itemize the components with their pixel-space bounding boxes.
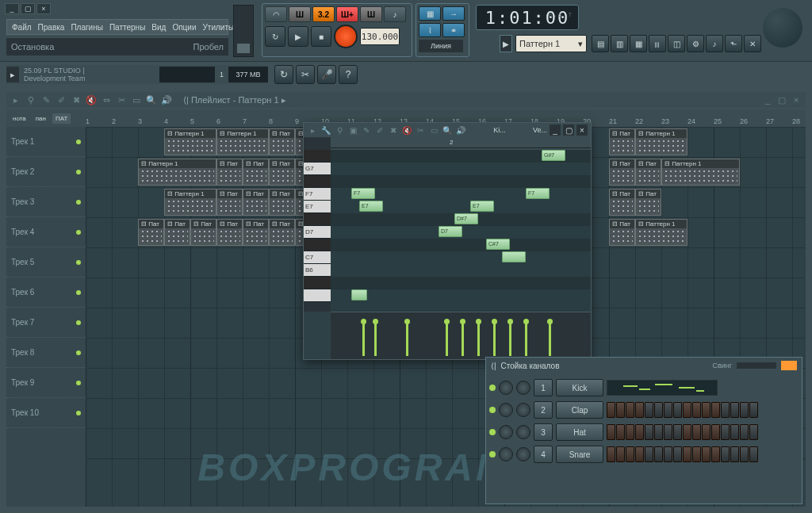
pattern-clip[interactable]: ⊟ Пат <box>635 159 661 186</box>
step-button[interactable] <box>721 424 730 440</box>
midi-note[interactable]: E7 <box>470 201 494 212</box>
piano-key[interactable]: B6 <box>304 264 331 277</box>
pr-maximize-icon[interactable]: ▢ <box>563 124 574 136</box>
pl-brush-icon[interactable]: ✐ <box>55 94 67 106</box>
snap-label[interactable]: Линия <box>419 40 463 52</box>
step-button[interactable] <box>683 446 691 462</box>
channel-vol-knob[interactable] <box>516 381 530 395</box>
snap-link-button[interactable]: ⚭ <box>442 23 465 37</box>
menu-view[interactable]: Вид <box>148 23 169 32</box>
time-display[interactable]: 1:01:00 B.S.T <box>476 5 579 30</box>
pr-slice-icon[interactable]: ✂ <box>415 124 426 136</box>
pattern-clip[interactable]: ⊟ Пат <box>269 128 295 155</box>
midi-note[interactable]: F7 <box>526 188 550 199</box>
step-button[interactable] <box>692 424 701 440</box>
pr-menu-icon[interactable]: ▸ <box>307 124 318 136</box>
velocity-bar[interactable] <box>525 321 527 356</box>
velocity-bar[interactable] <box>362 321 365 356</box>
step-button[interactable] <box>683 424 691 440</box>
pl-zoom-icon[interactable]: 🔍 <box>145 94 158 106</box>
midi-note[interactable]: E7 <box>359 201 383 212</box>
pr-select-icon[interactable]: ▭ <box>428 124 439 136</box>
undo-view-button[interactable]: ⬑ <box>725 35 742 52</box>
channel-number[interactable]: 3 <box>534 423 553 441</box>
pattern-clip[interactable]: ⊟ Пат <box>190 219 216 246</box>
velocity-bar[interactable] <box>477 321 480 356</box>
channel-name-button[interactable]: Snare <box>556 446 603 463</box>
channel-name-button[interactable]: Clap <box>556 401 603 419</box>
pattern-clip[interactable]: ⊟ Пат <box>216 219 243 246</box>
track-header[interactable]: Трек 6 <box>6 278 86 308</box>
velocity-lane[interactable] <box>331 312 591 359</box>
pattern-clip[interactable]: ⊟ Паттерн 1 <box>138 159 216 186</box>
pr-stamp-icon[interactable]: ▣ <box>347 124 358 136</box>
channel-name-button[interactable]: Hat <box>556 423 603 441</box>
step-button[interactable] <box>673 402 682 418</box>
blend-button[interactable]: Ш+ <box>336 6 358 22</box>
snap-step-button[interactable]: ▦ <box>419 6 441 21</box>
pattern-clip[interactable]: ⊟ Пат <box>269 219 295 246</box>
velocity-bar[interactable] <box>446 321 448 356</box>
step-button[interactable] <box>692 446 701 462</box>
channel-name-button[interactable]: Kick <box>556 379 603 396</box>
track-header[interactable]: Трек 9 <box>6 368 86 398</box>
tap-tempo-button[interactable]: ♪ <box>384 6 406 22</box>
pattern-clip[interactable]: ⊟ Паттерн 1 <box>635 128 688 155</box>
step-button[interactable] <box>654 424 663 440</box>
pattern-clip[interactable]: ⊟ Пат <box>609 189 635 216</box>
browser-view-button[interactable]: ◫ <box>668 35 685 52</box>
menu-utilities[interactable]: Утилиты <box>200 23 238 32</box>
step-button[interactable] <box>711 402 720 418</box>
wait-input-button[interactable]: Ш <box>289 6 311 22</box>
step-button[interactable] <box>664 446 672 462</box>
mic-icon[interactable]: 🎤 <box>317 65 336 84</box>
channel-mute-led[interactable] <box>489 429 496 435</box>
step-button[interactable] <box>654 402 663 418</box>
pr-delete-icon[interactable]: ✖ <box>388 124 399 136</box>
step-button[interactable] <box>645 402 653 418</box>
channel-pan-knob[interactable] <box>499 403 513 417</box>
pr-mute-icon[interactable]: 🔇 <box>401 124 412 136</box>
pattern-clip[interactable]: ⊟ Паттерн 1 <box>661 159 740 186</box>
pl-select-icon[interactable]: ▭ <box>130 94 143 106</box>
pattern-clip[interactable]: ⊟ Пат <box>609 219 635 246</box>
midi-note[interactable] <box>351 289 367 301</box>
track-header[interactable]: Трек 7 <box>6 308 86 338</box>
pattern-clip[interactable]: ⊟ Пат <box>609 159 635 186</box>
step-button[interactable] <box>607 402 615 418</box>
pattern-clip[interactable]: ⊟ Пат <box>216 189 243 216</box>
piano-grid[interactable]: G#7F7E7E7F7D#7D7C#7 <box>331 150 591 312</box>
step-button[interactable] <box>721 446 730 462</box>
step-button[interactable] <box>654 446 663 462</box>
loop-rec-button[interactable]: Ш <box>360 6 382 22</box>
midi-note[interactable] <box>502 251 526 262</box>
piano-key[interactable]: C7 <box>304 251 331 264</box>
track-led-icon[interactable] <box>76 350 81 355</box>
channel-mute-led[interactable] <box>489 451 496 457</box>
step-button[interactable] <box>749 424 758 440</box>
channel-preview[interactable] <box>607 380 718 396</box>
piano-key[interactable]: E7 <box>304 201 331 213</box>
track-header[interactable]: Трек 8 <box>6 338 86 368</box>
channel-vol-knob[interactable] <box>516 447 530 461</box>
tab-pan[interactable]: пан <box>33 113 49 124</box>
playlist-view-button[interactable]: ▤ <box>592 35 609 52</box>
track-led-icon[interactable] <box>76 230 81 235</box>
piano-key[interactable] <box>304 289 331 302</box>
track-header[interactable]: Трек 3 <box>6 187 86 217</box>
channel-pan-knob[interactable] <box>499 381 513 395</box>
step-button[interactable] <box>730 402 739 418</box>
step-button[interactable] <box>692 402 701 418</box>
pr-channel-b[interactable]: Ve... <box>533 126 547 134</box>
tempo-display[interactable]: 130.000 <box>360 28 400 45</box>
pattern-clip[interactable]: ⊟ Паттерн 1 <box>216 128 269 155</box>
piano-key[interactable] <box>304 175 331 188</box>
stop-button[interactable]: ■ <box>311 26 331 47</box>
menu-options[interactable]: Опции <box>169 23 199 32</box>
step-button[interactable] <box>635 424 644 440</box>
track-led-icon[interactable] <box>76 170 81 174</box>
metronome-icon[interactable]: ◠ <box>265 6 287 22</box>
midi-note[interactable]: D#7 <box>454 213 478 224</box>
pattern-clip[interactable]: ⊟ Пат <box>138 219 164 246</box>
velocity-bar[interactable] <box>509 321 511 356</box>
